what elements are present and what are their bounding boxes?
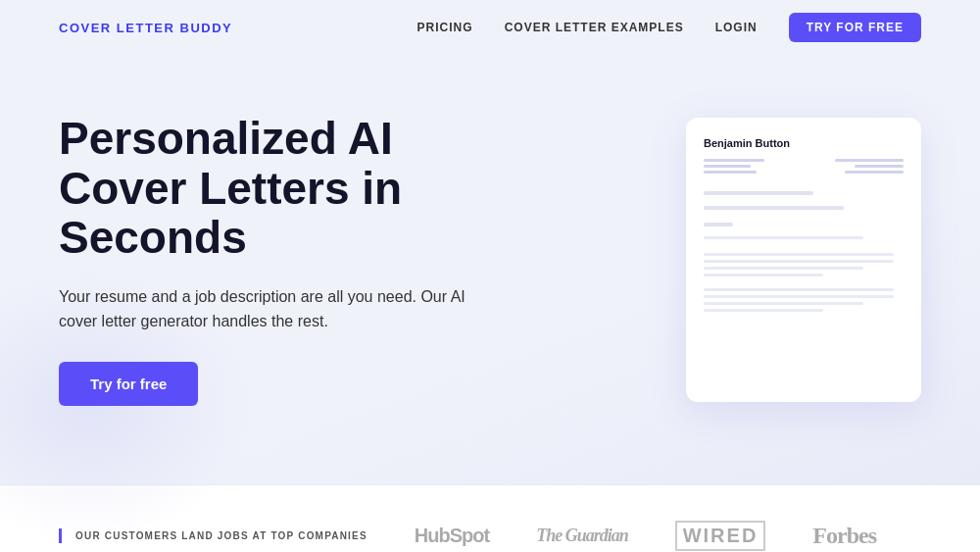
hero-content: Personalized AI Cover Letters in Seconds… bbox=[59, 114, 490, 406]
letter-header-line-1 bbox=[704, 159, 764, 162]
logos-section: OUR CUSTOMERS LAND JOBS AT TOP COMPANIES… bbox=[0, 484, 980, 552]
letter-body-line-5 bbox=[704, 274, 823, 276]
letter-header-right bbox=[835, 159, 904, 174]
logos-tagline: OUR CUSTOMERS LAND JOBS AT TOP COMPANIES bbox=[59, 528, 368, 543]
letter-header-right-line-3 bbox=[845, 171, 904, 174]
letter-greeting-line bbox=[704, 223, 733, 226]
navbar: COVER LETTER BUDDY PRICING COVER LETTER … bbox=[0, 0, 980, 55]
letter-header-right-line-2 bbox=[855, 165, 904, 168]
letter-subject-line bbox=[704, 206, 844, 210]
letter-header-line-3 bbox=[704, 171, 757, 174]
letter-card: Benjamin Button bbox=[686, 118, 921, 402]
nav-link-login[interactable]: LOGIN bbox=[715, 21, 758, 34]
letter-body-spacer-2 bbox=[704, 280, 904, 288]
letter-body-line-6 bbox=[704, 288, 894, 291]
letter-header-line-2 bbox=[704, 165, 751, 168]
hero-section: Personalized AI Cover Letters in Seconds… bbox=[0, 55, 980, 484]
letter-body-line-9 bbox=[704, 309, 823, 312]
logo-hubspot: HubSpot bbox=[415, 525, 489, 547]
letter-body-line-4 bbox=[704, 267, 863, 270]
nav-links: PRICING COVER LETTER EXAMPLES LOGIN TRY … bbox=[417, 13, 921, 42]
logo-forbes: Forbes bbox=[812, 523, 876, 549]
logo-guardian: The Guardian bbox=[536, 526, 628, 546]
logos-row: HubSpot The Guardian WIRED Forbes bbox=[415, 521, 921, 551]
nav-logo[interactable]: COVER LETTER BUDDY bbox=[59, 21, 232, 35]
letter-spacer bbox=[704, 181, 904, 191]
letter-body-line-7 bbox=[704, 295, 894, 298]
letter-body-line-1 bbox=[704, 236, 863, 239]
letter-date-line bbox=[704, 191, 813, 195]
letter-spacer-3 bbox=[704, 215, 904, 223]
letter-header-left bbox=[704, 159, 764, 174]
letter-body-line-3 bbox=[704, 260, 894, 263]
letter-name: Benjamin Button bbox=[704, 137, 904, 149]
nav-link-pricing[interactable]: PRICING bbox=[417, 21, 473, 34]
logo-wired: WIRED bbox=[675, 521, 766, 551]
letter-header-row bbox=[704, 159, 904, 174]
letter-header-right-line-1 bbox=[835, 159, 904, 162]
nav-cta-button[interactable]: TRY FOR FREE bbox=[789, 13, 921, 42]
hero-description: Your resume and a job description are al… bbox=[59, 284, 490, 334]
cover-letter-preview: Benjamin Button bbox=[686, 118, 921, 402]
letter-body bbox=[704, 236, 904, 312]
hero-title: Personalized AI Cover Letters in Seconds bbox=[59, 114, 490, 263]
nav-link-examples[interactable]: COVER LETTER EXAMPLES bbox=[505, 21, 684, 34]
letter-body-line-8 bbox=[704, 302, 863, 305]
letter-body-line-2 bbox=[704, 253, 894, 256]
letter-body-spacer bbox=[704, 243, 904, 253]
hero-cta-button[interactable]: Try for free bbox=[59, 362, 198, 406]
